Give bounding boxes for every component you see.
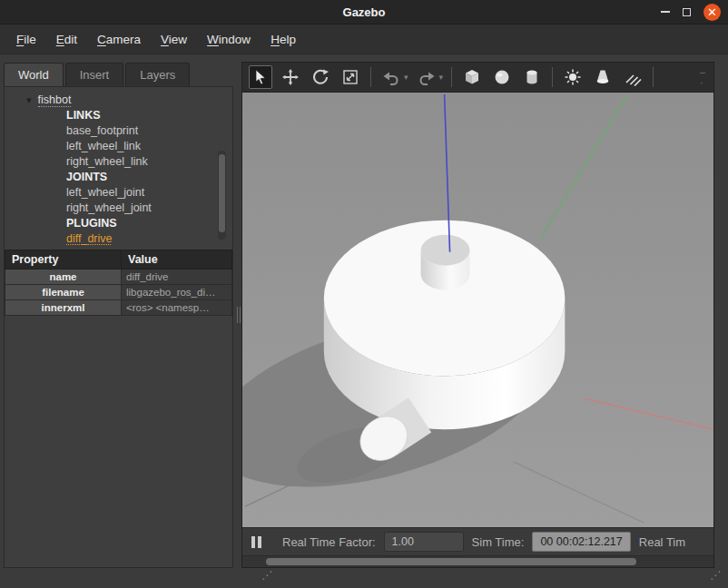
tree-scrollbar[interactable]	[218, 151, 226, 240]
undo-dropdown-icon[interactable]: ▾	[404, 73, 408, 82]
toolbar-separator	[653, 67, 654, 87]
table-row-filename[interactable]: filename libgazebo_ros_di…	[5, 285, 232, 300]
close-button[interactable]: ✕	[703, 4, 721, 21]
redo-dropdown-icon[interactable]: ▾	[439, 73, 444, 82]
translate-icon	[281, 68, 300, 86]
menu-edit[interactable]: Edit	[47, 28, 86, 51]
sim-statusbar: Real Time Factor: 1.00 Sim Time: 00 00:0…	[242, 527, 713, 555]
menu-file[interactable]: File	[7, 28, 45, 51]
point-light-button[interactable]	[561, 65, 585, 89]
tree-item-left-wheel-link[interactable]: left_wheel_link	[66, 139, 232, 154]
undo-button[interactable]	[379, 65, 403, 89]
tab-world[interactable]: World	[4, 63, 64, 86]
collapse-arrow-icon[interactable]: ▾	[26, 94, 32, 106]
property-name-cell: name	[5, 270, 122, 285]
sim-time-field[interactable]: 00 00:02:12.217	[532, 532, 630, 552]
resize-grip-icon[interactable]: ⋰	[261, 570, 272, 581]
model-tree: ▾ fishbot LINKS base_footprint left_whee…	[5, 87, 232, 250]
horizontal-scrollbar[interactable]	[242, 555, 713, 567]
toolbar-separator	[370, 67, 371, 87]
menu-camera[interactable]: Camera	[88, 28, 150, 51]
render-toolbar: ▾ ▾	[242, 63, 713, 93]
redo-icon	[418, 68, 436, 86]
tree-section-joints[interactable]: JOINTS	[66, 170, 232, 185]
add-cylinder-button[interactable]	[520, 65, 544, 89]
tree-item-right-wheel-joint[interactable]: right_wheel_joint	[66, 201, 232, 216]
tab-layers[interactable]: Layers	[125, 63, 190, 86]
pause-button[interactable]	[251, 536, 261, 548]
property-table-header: Property Value	[5, 250, 232, 270]
menu-window-mnemonic: W	[207, 33, 219, 46]
property-innerxml-cell: innerxml	[5, 300, 122, 316]
menu-help-mnemonic: H	[271, 33, 280, 46]
render-scene[interactable]	[242, 93, 713, 527]
scale-tool-button[interactable]	[339, 65, 362, 89]
viewport: ▾ ▾	[241, 62, 714, 568]
add-sphere-button[interactable]	[490, 65, 514, 89]
rotate-icon	[311, 68, 330, 86]
tree-scrollbar-thumb[interactable]	[219, 154, 225, 232]
spot-light-button[interactable]	[591, 65, 615, 89]
redo-button[interactable]	[415, 65, 438, 89]
world-panel-body: ▾ fishbot LINKS base_footprint left_whee…	[4, 86, 233, 568]
titlebar: Gazebo ✕	[0, 0, 728, 24]
menu-view-label: iew	[169, 33, 187, 46]
spot-light-icon	[594, 68, 612, 86]
directional-light-button[interactable]	[621, 65, 644, 89]
translate-tool-button[interactable]	[279, 65, 302, 89]
real-time-label: Real Tim	[639, 535, 685, 549]
real-time-factor-label: Real Time Factor:	[282, 535, 376, 549]
gazebo-window: Gazebo ✕ File Edit Camera View Window He…	[0, 0, 728, 588]
3d-scene-svg	[242, 93, 713, 527]
property-table: Property Value name diff_drive filename …	[5, 250, 232, 316]
menu-file-mnemonic: F	[16, 33, 24, 46]
table-row-name[interactable]: name diff_drive	[5, 270, 232, 285]
table-row-innerxml[interactable]: innerxml <ros> <namesp…	[5, 300, 232, 316]
menu-view-mnemonic: V	[161, 33, 169, 46]
real-time-factor-field[interactable]: 1.00	[384, 532, 464, 552]
menu-edit-label: dit	[64, 33, 77, 46]
minimize-icon	[661, 11, 670, 13]
select-tool-button[interactable]	[249, 65, 272, 89]
box-icon	[463, 68, 481, 86]
maximize-button[interactable]	[683, 8, 691, 16]
toolbar-overflow-icon[interactable]: –·	[700, 66, 707, 88]
property-filename-cell: filename	[5, 285, 122, 300]
cylinder-icon	[523, 68, 541, 86]
tree-item-fishbot[interactable]: ▾ fishbot	[5, 93, 232, 108]
panel-splitter[interactable]	[233, 62, 241, 568]
menu-camera-mnemonic: C	[97, 33, 106, 46]
value-column-header: Value	[122, 250, 232, 270]
menu-window[interactable]: Window	[198, 28, 260, 51]
tree-item-base-footprint[interactable]: base_footprint	[66, 123, 232, 139]
tab-insert[interactable]: Insert	[65, 63, 124, 86]
window-controls: ✕	[661, 0, 721, 24]
window-title: Gazebo	[343, 5, 386, 19]
tree-item-left-wheel-joint[interactable]: left_wheel_joint	[66, 185, 232, 201]
tree-children: LINKS base_footprint left_wheel_link rig…	[5, 108, 232, 247]
resize-grip-icon[interactable]: ⋰	[710, 570, 721, 581]
menu-view[interactable]: View	[152, 28, 196, 51]
caster-top-face	[421, 235, 470, 266]
menu-file-label: ile	[24, 33, 36, 46]
rotate-tool-button[interactable]	[309, 65, 332, 89]
menu-help[interactable]: Help	[261, 28, 305, 51]
horizontal-scrollbar-thumb[interactable]	[266, 558, 636, 565]
tree-item-right-wheel-link[interactable]: right_wheel_link	[66, 154, 232, 170]
tree-root-label: fishbot	[38, 93, 72, 107]
minimize-button[interactable]	[661, 11, 670, 13]
maximize-icon	[683, 8, 691, 16]
property-innerxml-value: <ros> <namesp…	[122, 300, 232, 316]
add-box-button[interactable]	[460, 65, 484, 89]
panel-tabs: World Insert Layers	[4, 62, 233, 86]
tree-section-plugins[interactable]: PLUGINS	[66, 216, 232, 231]
menu-edit-mnemonic: E	[56, 33, 64, 46]
property-name-value: diff_drive	[122, 270, 232, 285]
select-arrow-icon	[251, 68, 270, 86]
undo-icon	[382, 68, 400, 86]
tree-section-links[interactable]: LINKS	[66, 108, 232, 123]
menubar: File Edit Camera View Window Help	[0, 24, 728, 54]
property-column-header: Property	[5, 250, 122, 270]
tree-item-diff-drive[interactable]: diff_drive	[66, 231, 232, 247]
main-content: World Insert Layers ▾ fishbot LINKS base…	[0, 54, 728, 588]
